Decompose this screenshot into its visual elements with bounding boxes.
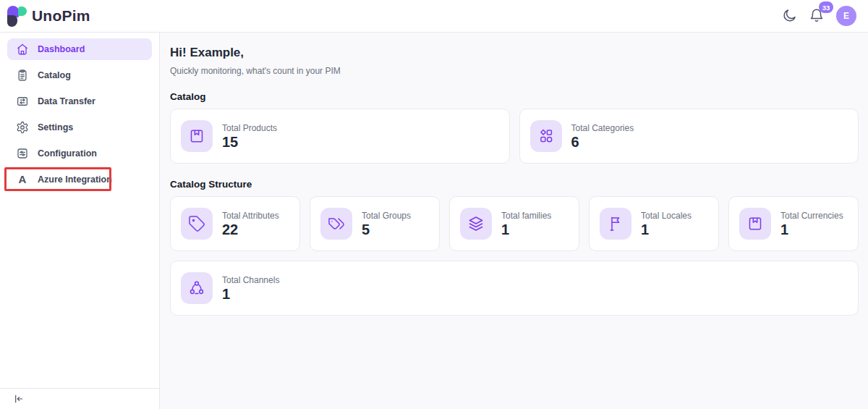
tags-icon (320, 208, 352, 240)
sidebar-nav: Dashboard Catalog Data Transfer Set (0, 33, 160, 409)
structure-cards-row: Total Attributes 22 Total Groups 5 (170, 196, 859, 251)
book-bookmark-icon (181, 120, 213, 152)
stat-value: 1 (780, 222, 843, 237)
sidebar-item-label: Azure Integration (38, 174, 112, 185)
dashboard-content: Hi! Example, Quickly monitoring, what's … (160, 33, 868, 409)
sidebar-item-label: Configuration (38, 148, 97, 159)
home-icon (16, 43, 29, 56)
letter-a-icon: A (16, 173, 29, 186)
header-actions: 33 E (781, 6, 856, 26)
gear-icon (16, 121, 29, 134)
sidebar-item-label: Data Transfer (38, 96, 95, 106)
sidebar-item-azure-integration[interactable]: A Azure Integration (7, 169, 152, 190)
stat-card-total-locales[interactable]: Total Locales 1 (589, 196, 719, 251)
page-subtitle: Quickly monitoring, what's count in your… (170, 66, 859, 76)
sidebar-item-label: Dashboard (38, 44, 85, 54)
dark-mode-moon-icon[interactable] (781, 8, 797, 24)
sidebar-item-label: Catalog (38, 70, 71, 80)
brand-logo[interactable]: UnoPim (7, 6, 90, 27)
stat-value: 22 (222, 222, 279, 237)
stat-label: Total families (501, 211, 551, 221)
stat-card-total-currencies[interactable]: Total Currencies 1 (728, 196, 859, 251)
stat-card-total-groups[interactable]: Total Groups 5 (310, 196, 440, 251)
layers-icon (460, 208, 492, 240)
page-greeting: Hi! Example, (170, 46, 859, 60)
stat-card-total-attributes[interactable]: Total Attributes 22 (170, 196, 300, 251)
sliders-icon (16, 147, 29, 160)
stat-value: 15 (222, 135, 277, 150)
stat-value: 1 (222, 287, 279, 302)
stat-card-total-categories[interactable]: Total Categories 6 (519, 109, 859, 164)
section-title-catalog-structure: Catalog Structure (170, 179, 859, 190)
stat-label: Total Categories (571, 123, 634, 133)
sidebar-item-settings[interactable]: Settings (7, 117, 152, 138)
clipboard-icon (16, 69, 29, 82)
unopim-app: UnoPim 33 E (0, 0, 868, 409)
book-bookmark-icon (739, 208, 771, 240)
stat-card-total-channels[interactable]: Total Channels 1 (170, 261, 859, 316)
stat-label: Total Attributes (222, 211, 279, 221)
stat-value: 1 (641, 222, 692, 237)
flag-icon (600, 208, 631, 240)
sidebar-footer (0, 388, 159, 409)
shapes-icon (530, 120, 562, 152)
stat-label: Total Groups (362, 211, 411, 221)
notification-count-badge: 33 (819, 1, 833, 13)
sidebar-item-data-transfer[interactable]: Data Transfer (7, 90, 152, 112)
stat-label: Total Channels (222, 275, 279, 285)
stat-card-total-families[interactable]: Total families 1 (449, 196, 579, 251)
user-avatar[interactable]: E (836, 6, 856, 26)
stat-label: Total Currencies (780, 211, 843, 221)
top-header: UnoPim 33 E (0, 0, 868, 33)
stat-value: 1 (501, 222, 551, 237)
notifications-bell-icon[interactable]: 33 (809, 8, 825, 24)
sidebar-item-label: Settings (38, 122, 73, 132)
stat-label: Total Locales (641, 211, 692, 221)
stat-value: 6 (571, 135, 634, 150)
stat-card-total-products[interactable]: Total Products 15 (170, 109, 510, 164)
catalog-cards-row: Total Products 15 Total Categories 6 (170, 109, 859, 164)
stat-label: Total Products (222, 123, 277, 133)
sidebar-item-configuration[interactable]: Configuration (7, 143, 152, 164)
collapse-sidebar-icon[interactable] (13, 393, 25, 405)
stat-value: 5 (362, 222, 411, 237)
unopim-logo-icon (7, 6, 27, 27)
share-network-icon (181, 272, 213, 304)
section-title-catalog: Catalog (170, 91, 859, 102)
sidebar-item-catalog[interactable]: Catalog (7, 64, 152, 86)
tag-icon (181, 208, 213, 240)
brand-name: UnoPim (32, 7, 90, 25)
data-transfer-icon (16, 95, 29, 108)
sidebar-item-dashboard[interactable]: Dashboard (7, 38, 152, 60)
